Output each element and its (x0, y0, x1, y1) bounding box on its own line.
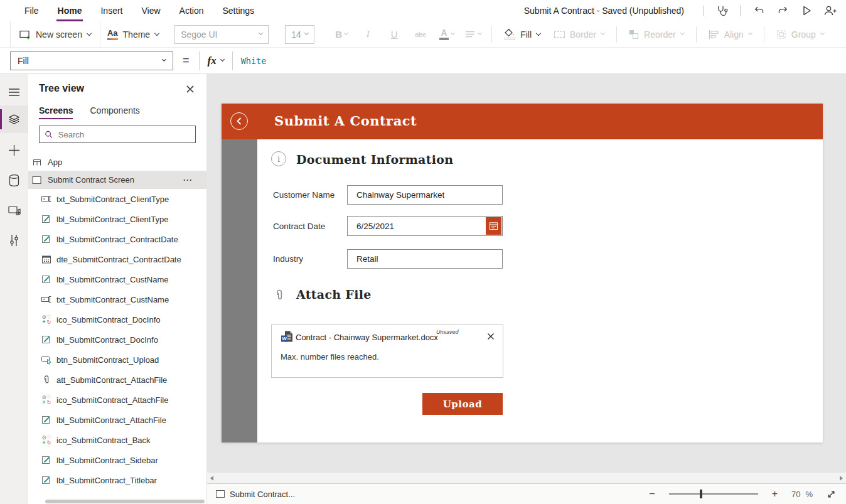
tree-item[interactable]: txt_SubmitContract_CustName (28, 289, 206, 309)
tree-item[interactable]: lbl_SubmitContract_DocInfo (28, 330, 206, 350)
tree-item[interactable]: ⊘ ♡ + ↻ ico_SubmitContract_AttachFile (28, 390, 206, 410)
industry-value: Retail (356, 254, 378, 264)
chevron-down-icon (478, 31, 482, 35)
font-color-button[interactable]: A (434, 29, 460, 40)
app-screen[interactable]: Submit A Contract i Document Information… (222, 104, 823, 442)
tree-item[interactable]: lbl_SubmitContract_ContractDate (28, 229, 206, 249)
text-align-button[interactable] (460, 31, 486, 38)
tree-item[interactable]: ⊘ ♡ + ↻ ico_SubmitContract_Back (28, 430, 206, 450)
ribbon-toolbar: New screen Aa Theme Segoe UI 14 B I U ab… (0, 21, 846, 48)
fx-dropdown[interactable]: fx (199, 51, 233, 70)
fit-to-window-icon[interactable] (827, 490, 836, 499)
tree-item-label: att_SubmitContract_AttachFile (56, 375, 167, 385)
industry-input[interactable]: Retail (347, 249, 503, 269)
word-document-icon: W (281, 330, 294, 343)
tree-item-label: btn_SubmitContract_Upload (56, 355, 159, 365)
menu-item-insert[interactable]: Insert (91, 0, 132, 21)
tree-item[interactable]: att_SubmitContract_AttachFile (28, 370, 206, 390)
fill-label: Fill (520, 29, 532, 40)
tree-item-app[interactable]: App (28, 154, 206, 171)
divider (491, 26, 492, 43)
undo-icon[interactable] (747, 3, 771, 19)
redo-icon[interactable] (771, 3, 795, 19)
menu-item-action[interactable]: Action (170, 0, 213, 21)
tree: App Submit Contract Screen ··· txt_Submi… (28, 154, 206, 490)
font-family-select[interactable]: Segoe UI (174, 25, 269, 44)
customer-name-input[interactable]: Chainway Supermarket (347, 185, 503, 205)
new-screen-button[interactable]: New screen (10, 21, 100, 47)
strikethrough-button[interactable]: abc (407, 31, 434, 38)
tab-components[interactable]: Components (90, 105, 139, 119)
design-canvas[interactable]: Submit A Contract i Document Information… (207, 74, 846, 483)
app-title: Submit A Contract - Saved (Unpublished) (524, 6, 684, 16)
align-button[interactable]: Align (702, 21, 759, 47)
menu-bar: File Home Insert View Action Settings Su… (0, 0, 846, 21)
menu-item-view[interactable]: View (132, 0, 169, 21)
scroll-right-arrow-icon[interactable] (840, 476, 843, 481)
menu-item-home[interactable]: Home (48, 0, 92, 21)
back-icon[interactable] (230, 112, 248, 130)
search-box[interactable] (39, 126, 196, 143)
canvas-horizontal-scrollbar[interactable] (207, 472, 846, 483)
zoom-in-button[interactable]: + (772, 488, 778, 500)
chevron-down-icon (162, 57, 166, 62)
datepicker-icon (41, 254, 51, 264)
screen-thumb-icon (216, 490, 225, 498)
data-rail-icon[interactable] (0, 166, 28, 194)
advanced-tools-rail-icon[interactable] (0, 227, 28, 254)
search-input[interactable] (58, 130, 190, 139)
tree-item[interactable]: ⊘ ♡ + ↻ ico_SubmitContract_DocInfo (28, 309, 206, 330)
tree-item[interactable]: btn_SubmitContract_Upload (28, 350, 206, 370)
menu-item-file[interactable]: File (15, 0, 48, 21)
tree-view-rail-icon[interactable] (0, 105, 28, 133)
hamburger-menu-icon[interactable] (0, 78, 28, 106)
tree-item[interactable]: lbl_SubmitContract_CustName (28, 269, 206, 289)
attachment-card: W Contract - Chainway Supermarket.docx U… (271, 324, 503, 378)
calendar-button[interactable] (486, 217, 501, 235)
contract-date-input[interactable]: 6/25/2021 (347, 216, 503, 236)
group-button[interactable]: Group (769, 21, 831, 47)
remove-attachment-icon[interactable] (486, 331, 496, 341)
tree-item[interactable]: lbl_SubmitContract_AttachFile (28, 410, 206, 430)
divider (740, 6, 741, 16)
italic-button[interactable]: I (355, 29, 381, 40)
scroll-left-arrow-icon[interactable] (210, 476, 213, 481)
tree-item[interactable]: lbl_SubmitContract_ClientType (28, 209, 206, 229)
insert-rail-icon[interactable] (0, 136, 28, 164)
fill-button[interactable]: Fill (497, 21, 547, 47)
font-color-swatch (439, 38, 449, 40)
reorder-button[interactable]: Reorder (622, 21, 691, 47)
upload-button[interactable]: Upload (422, 393, 503, 415)
close-panel-icon[interactable] (184, 83, 196, 95)
zoom-out-button[interactable]: − (649, 488, 655, 500)
tab-screens[interactable]: Screens (39, 105, 73, 119)
share-person-icon[interactable] (818, 3, 842, 19)
preview-play-icon[interactable] (795, 3, 818, 19)
media-rail-icon[interactable] (0, 196, 28, 224)
font-size-select[interactable]: 14 (285, 25, 314, 44)
svg-text:W: W (282, 336, 287, 341)
underline-button[interactable]: U (381, 29, 407, 40)
attach-file-heading: Attach File (296, 287, 372, 301)
screen-sidebar[interactable] (222, 139, 257, 442)
tree-item[interactable]: lbl_SubmitContract_Sidebar (28, 450, 206, 470)
formula-input[interactable]: White (241, 56, 267, 66)
bold-button[interactable]: B (328, 29, 355, 40)
more-options-icon[interactable]: ··· (183, 176, 206, 185)
tree-item[interactable]: txt_SubmitContract_ClientType (28, 189, 206, 209)
theme-button[interactable]: Aa Theme (100, 21, 166, 47)
reorder-label: Reorder (644, 29, 676, 40)
app-checker-icon[interactable] (710, 3, 734, 19)
menu-item-settings[interactable]: Settings (213, 0, 264, 21)
border-button[interactable]: Border (547, 21, 611, 47)
tree-item-screen[interactable]: Submit Contract Screen ··· (28, 171, 206, 189)
tree-item[interactable]: dte_SubmitContract_ContractDate (28, 249, 206, 269)
zoom-slider-thumb[interactable] (700, 490, 702, 498)
label-icon (41, 475, 51, 485)
tree-item[interactable]: lbl_SubmitContract_Titlebar (28, 470, 206, 490)
screen-titlebar[interactable]: Submit A Contract (222, 104, 823, 139)
zoom-slider[interactable] (669, 493, 758, 495)
tree-horizontal-scrollbar[interactable] (45, 500, 205, 503)
property-select[interactable]: Fill (10, 51, 173, 70)
attachment-file-name[interactable]: Contract - Chainway Supermarket.docx (296, 333, 438, 342)
